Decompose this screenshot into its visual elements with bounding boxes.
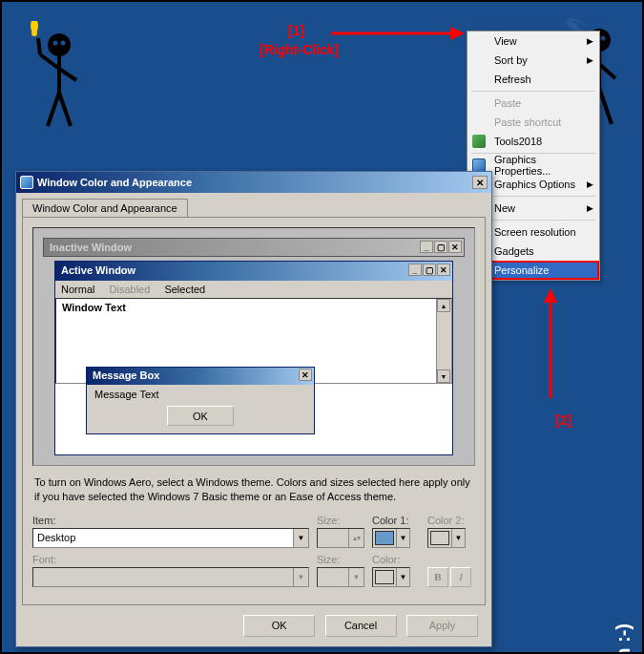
menu-personalize-label: Personalize xyxy=(494,264,549,276)
chevron-down-icon: ▼ xyxy=(396,529,409,547)
menu-paste-shortcut-label: Paste shortcut xyxy=(494,116,561,128)
svg-line-5 xyxy=(38,38,40,54)
msg-ok-button[interactable]: OK xyxy=(167,406,234,426)
svg-marker-22 xyxy=(544,288,557,303)
size2-label: Size: xyxy=(317,554,364,565)
tab-strip: Window Color and Appearance xyxy=(16,193,491,217)
svg-point-13 xyxy=(601,36,606,41)
menu-tools-label: Tools2018 xyxy=(494,136,542,147)
scrollbar[interactable]: ▲ ▼ xyxy=(436,299,451,383)
menu-screen-res-label: Screen resolution xyxy=(494,226,576,238)
menu-sort[interactable]: Sort by▶ xyxy=(467,51,599,70)
min-icon: _ xyxy=(408,264,422,276)
menu-view[interactable]: View▶ xyxy=(467,32,599,51)
arrow-2 xyxy=(536,288,565,403)
color1-picker[interactable]: ▼ xyxy=(372,528,410,548)
tab-appearance[interactable]: Window Color and Appearance xyxy=(22,199,188,217)
svg-point-0 xyxy=(48,33,71,56)
menu-refresh[interactable]: Refresh xyxy=(467,70,599,89)
svg-line-4 xyxy=(40,54,59,69)
info-text: To turn on Windows Aero, select a Window… xyxy=(34,475,473,505)
chevron-down-icon: ▼ xyxy=(348,568,364,586)
chevron-right-icon: ▶ xyxy=(587,203,593,213)
item-select-value: Desktop xyxy=(37,532,75,543)
menu-selected: Selected xyxy=(164,284,205,295)
chevron-down-icon: ▼ xyxy=(293,529,308,547)
arrow-1 xyxy=(326,19,469,48)
close-icon: ✕ xyxy=(437,264,450,276)
menu-sort-label: Sort by xyxy=(494,54,528,66)
svg-marker-20 xyxy=(450,27,465,40)
msg-title: Message Box xyxy=(93,369,159,381)
chevron-right-icon: ▶ xyxy=(587,179,593,189)
menu-gfx-opts-label: Graphics Options xyxy=(494,179,575,190)
menu-normal: Normal xyxy=(61,284,94,295)
watermark: www.SoftwareOK.com :-) xyxy=(613,623,634,654)
svg-point-1 xyxy=(53,41,58,46)
spinner-icon: ▴▾ xyxy=(348,529,364,547)
size-spinner: ▴▾ xyxy=(317,528,364,548)
scroll-up-icon[interactable]: ▲ xyxy=(437,299,450,312)
color-label: Color: xyxy=(372,554,420,565)
size-label: Size: xyxy=(317,515,364,526)
bold-toggle: B xyxy=(427,567,448,587)
color2-picker: ▼ xyxy=(427,528,466,548)
tab-body: Inactive Window _▢✕ Active Window _▢✕ No… xyxy=(22,217,486,605)
menu-paste: Paste xyxy=(467,94,599,113)
color-swatch-icon xyxy=(375,570,394,584)
svg-line-7 xyxy=(48,93,59,126)
chevron-down-icon: ▼ xyxy=(451,529,465,547)
menu-paste-shortcut: Paste shortcut xyxy=(467,113,599,132)
cancel-button[interactable]: Cancel xyxy=(325,615,397,637)
scroll-down-icon[interactable]: ▼ xyxy=(437,369,450,383)
menu-refresh-label: Refresh xyxy=(494,74,531,85)
button-bar: OK Cancel Apply xyxy=(16,605,491,646)
menu-disabled: Disabled xyxy=(110,284,151,295)
preview-inactive-window: Inactive Window _▢✕ xyxy=(43,238,465,257)
preview-message-box: Message Box✕ Message Text OK xyxy=(86,367,315,434)
close-icon: ✕ xyxy=(448,241,462,253)
font-select: ▼ xyxy=(32,567,309,587)
close-icon: ✕ xyxy=(299,369,312,381)
menu-view-label: View xyxy=(494,35,517,47)
max-icon: ▢ xyxy=(423,264,436,276)
preview-area: Inactive Window _▢✕ Active Window _▢✕ No… xyxy=(32,227,475,466)
menu-gadgets-label: Gadgets xyxy=(494,245,534,257)
color1-label: Color 1: xyxy=(372,515,420,526)
color-swatch-icon xyxy=(430,531,449,545)
window-text: Window Text xyxy=(62,302,126,313)
italic-toggle: I xyxy=(450,567,471,587)
font-color-picker: ▼ xyxy=(372,567,410,587)
menu-gfx-props-label: Graphics Properties... xyxy=(494,154,592,177)
inactive-title: Inactive Window xyxy=(44,239,464,256)
font-label: Font: xyxy=(32,554,309,565)
menu-separator xyxy=(471,91,595,92)
tools-icon xyxy=(472,135,486,148)
color-swatch-icon xyxy=(375,531,394,545)
stick-figure-left xyxy=(21,21,97,136)
menu-tools[interactable]: Tools2018 xyxy=(467,132,599,151)
window-title: Window Color and Appearance xyxy=(37,177,192,188)
menu-paste-label: Paste xyxy=(494,97,521,109)
msg-text: Message Text xyxy=(94,389,159,400)
preview-menu: Normal Disabled Selected xyxy=(55,281,452,298)
font-size-select: ▼ xyxy=(317,567,364,587)
titlebar[interactable]: Window Color and Appearance ✕ xyxy=(16,172,491,193)
item-select[interactable]: Desktop▼ xyxy=(32,528,309,548)
ok-button[interactable]: OK xyxy=(243,615,315,637)
svg-line-16 xyxy=(599,64,615,78)
chevron-right-icon: ▶ xyxy=(587,36,593,46)
color2-label: Color 2: xyxy=(427,515,475,526)
apply-button: Apply xyxy=(406,615,478,637)
item-label: Item: xyxy=(32,515,309,526)
annotation-2: [2] xyxy=(555,412,571,428)
svg-line-18 xyxy=(599,88,612,124)
svg-line-6 xyxy=(59,69,76,80)
chevron-down-icon: ▼ xyxy=(396,568,409,586)
svg-point-10 xyxy=(31,31,37,36)
svg-line-8 xyxy=(59,93,71,126)
close-button[interactable]: ✕ xyxy=(472,176,488,189)
window-color-appearance: Window Color and Appearance ✕ Window Col… xyxy=(15,171,492,647)
active-title: Active Window xyxy=(61,264,135,276)
annotation-1: [1] xyxy=(288,23,304,38)
